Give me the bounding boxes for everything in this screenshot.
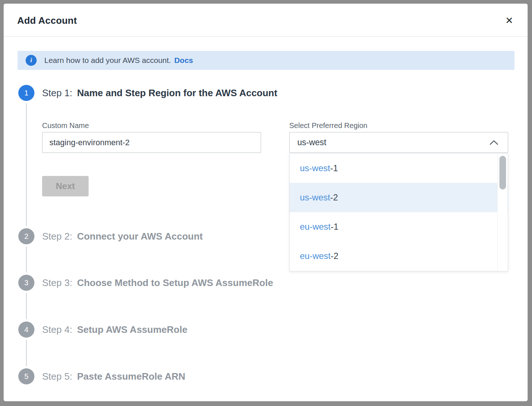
- step-prefix: Step 3:: [42, 277, 72, 288]
- option-match-text: eu-west: [300, 251, 331, 261]
- step-connector-line: [26, 247, 27, 272]
- step-number-badge: 3: [18, 275, 34, 291]
- step-prefix: Step 1:: [42, 87, 72, 98]
- info-banner: i Learn how to add your AWS account. Doc…: [18, 51, 514, 70]
- step-number-badge: 5: [18, 368, 34, 384]
- step-name: Name and Step Region for the AWS Account: [77, 87, 277, 98]
- modal-header: Add Account ✕: [4, 4, 528, 37]
- docs-link[interactable]: Docs: [174, 56, 193, 65]
- step-prefix: Step 5:: [42, 371, 72, 382]
- option-suffix-text: -1: [330, 163, 338, 173]
- dropdown-option-us-west-1[interactable]: us-west-1: [290, 154, 508, 183]
- dropdown-scrollbar-thumb[interactable]: [499, 156, 506, 189]
- dropdown-option-eu-west-1[interactable]: eu-west-1: [290, 212, 508, 241]
- step-row-3: 3 Step 3:Choose Method to Setup AWS Assu…: [18, 275, 273, 291]
- dropdown-scrollbar-track[interactable]: [497, 154, 507, 271]
- step-number-badge: 4: [18, 322, 34, 338]
- page-title: Add Account: [17, 4, 77, 37]
- step-connector-line: [26, 103, 27, 226]
- region-select-value: us-west: [297, 138, 489, 147]
- step-prefix: Step 2:: [42, 231, 72, 242]
- step-name: Connect your AWS Account: [77, 231, 202, 242]
- step-title: Step 3:Choose Method to Setup AWS Assume…: [42, 277, 273, 289]
- region-dropdown-panel: us-west-1 us-west-2 eu-west-1 eu-west-2: [289, 153, 508, 271]
- step-row-5: 5 Step 5:Paste AssumeRole ARN: [18, 368, 185, 384]
- custom-name-input[interactable]: [42, 132, 261, 153]
- step-number-badge: 1: [18, 85, 34, 101]
- option-match-text: eu-west: [300, 222, 331, 232]
- step-prefix: Step 4:: [42, 324, 72, 335]
- region-label: Select Preferred Region: [289, 121, 367, 130]
- step-title: Step 2:Connect your AWS Account: [42, 231, 203, 242]
- step-connector-line: [26, 293, 27, 319]
- custom-name-label: Custom Name: [42, 121, 89, 130]
- step-row-4: 4 Step 4:Setup AWS AssumeRole: [18, 322, 187, 338]
- next-button[interactable]: Next: [42, 176, 89, 196]
- dropdown-option-us-west-2[interactable]: us-west-2: [290, 183, 508, 212]
- banner-text: Learn how to add your AWS account.: [44, 56, 171, 65]
- option-suffix-text: -2: [331, 251, 338, 261]
- step-title: Step 5:Paste AssumeRole ARN: [42, 371, 185, 382]
- region-select[interactable]: us-west: [289, 132, 508, 153]
- chevron-up-icon: [489, 140, 499, 145]
- step-row-1: 1 Step 1:Name and Step Region for the AW…: [18, 85, 277, 101]
- step-title: Step 4:Setup AWS AssumeRole: [42, 324, 187, 335]
- dropdown-option-eu-west-2[interactable]: eu-west-2: [290, 241, 508, 271]
- option-suffix-text: -1: [331, 222, 338, 232]
- add-account-modal: Add Account ✕ i Learn how to add your AW…: [4, 4, 528, 401]
- option-suffix-text: -2: [330, 192, 338, 203]
- step-name: Paste AssumeRole ARN: [77, 371, 185, 382]
- info-icon: i: [26, 55, 37, 66]
- step-row-2: 2 Step 2:Connect your AWS Account: [18, 228, 203, 244]
- close-icon[interactable]: ✕: [502, 13, 517, 28]
- option-match-text: us-west: [300, 192, 330, 203]
- step-connector-line: [26, 340, 27, 366]
- step-number-badge: 2: [18, 228, 34, 244]
- step-title: Step 1:Name and Step Region for the AWS …: [42, 87, 277, 99]
- step-name: Setup AWS AssumeRole: [77, 324, 187, 335]
- step-name: Choose Method to Setup AWS AssumeRole: [77, 277, 273, 288]
- option-match-text: us-west: [300, 163, 330, 173]
